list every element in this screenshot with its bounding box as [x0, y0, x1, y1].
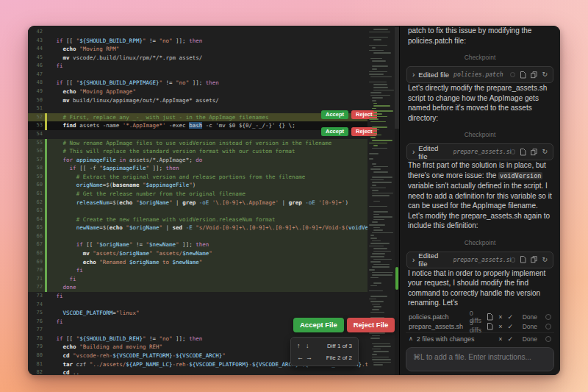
code-line[interactable]: 50 mv build/linux/appimage/out/*.AppImag… — [28, 96, 368, 105]
minimap-line — [372, 304, 380, 305]
code-line[interactable]: 70 fi — [28, 266, 368, 275]
next-file-icon[interactable]: → — [306, 354, 315, 361]
edited-file-card[interactable]: › Edited file policies.patch ↻ — [406, 66, 553, 83]
chat-input[interactable]: ⌘L to add a file. Enter instructions... — [406, 347, 554, 371]
code-line[interactable]: 55 # Now rename AppImage files to use vo… — [28, 139, 368, 148]
code-line[interactable]: 42 — [28, 28, 368, 37]
diff-gutter-marker — [45, 343, 47, 352]
line-number: 56 — [28, 147, 43, 156]
code-line[interactable]: 65 newName=$(echo "$origName" | sed -E "… — [28, 224, 368, 232]
prev-file-icon[interactable]: ← — [297, 354, 306, 361]
done-button[interactable]: Done — [518, 313, 537, 321]
code-text: if [[ "$origName" != "$newName" ]]; then — [50, 240, 209, 249]
diff-gutter-marker — [45, 275, 47, 284]
open-file-icon[interactable] — [487, 313, 493, 321]
code-line[interactable]: 49 echo "Moving AppImage" — [28, 88, 368, 96]
code-line[interactable]: 82 cd .. — [28, 368, 368, 375]
minimap-line — [370, 301, 384, 302]
code-text: cd .. — [50, 368, 80, 375]
edited-file-card[interactable]: › Edited file prepare_assets.sh ↻ — [406, 252, 553, 268]
code-line[interactable]: 46 fi — [28, 62, 368, 71]
open-file-icon[interactable] — [520, 256, 526, 263]
minimap-line — [369, 71, 387, 73]
code-line[interactable]: 61 # Get the release number from the ori… — [28, 190, 368, 199]
code-line[interactable]: 48 if [[ "${SHOULD_BUILD_APPIMAGE}" != "… — [28, 79, 368, 88]
minimap-line — [370, 296, 387, 297]
open-file-icon[interactable] — [520, 71, 526, 79]
diff-gutter-marker — [45, 45, 47, 54]
diff-gutter-marker — [45, 240, 47, 249]
code-line[interactable]: 44 echo "Moving RPM" — [28, 45, 368, 54]
code-editor[interactable]: 4243 if [[ "${SHOULD_BUILD_RPM}" != "no"… — [28, 26, 399, 375]
diff-gutter-marker — [45, 104, 47, 113]
changed-file-row[interactable]: prepare_assets.sh 3 diffs × ✓ Done — [406, 321, 554, 331]
code-line[interactable]: 54 — [28, 130, 368, 139]
code-line[interactable]: 43 if [[ "${SHOULD_BUILD_RPM}" != "no" ]… — [28, 37, 368, 46]
reject-file-icon[interactable]: × — [498, 323, 502, 330]
next-diff-icon[interactable]: ↓ — [306, 342, 315, 349]
code-line[interactable]: 60 origName=$(basename "$appimageFile") — [28, 181, 368, 190]
minimap-line — [373, 282, 381, 284]
code-line[interactable]: 72 done — [28, 283, 368, 292]
accept-all-icon[interactable]: ✓ — [507, 335, 513, 343]
code-line[interactable]: 58 if [[ -f "$appimageFile" ]]; then — [28, 164, 368, 173]
minimap-line — [370, 277, 379, 279]
retry-icon[interactable]: ↻ — [542, 257, 548, 263]
line-number: 80 — [28, 352, 43, 360]
code-line[interactable]: 64 # Create the new filename with voidVe… — [28, 215, 368, 224]
retry-icon[interactable]: ↻ — [542, 71, 548, 78]
chevron-up-icon: ∧ — [409, 335, 413, 342]
code-line[interactable]: 63 — [28, 207, 368, 215]
line-number: 49 — [28, 88, 43, 96]
changes-summary-row[interactable]: ∧ 2 files with changes × ✓ Done — [406, 332, 554, 344]
copy-icon[interactable] — [531, 71, 537, 79]
minimap-line — [370, 95, 390, 96]
done-button[interactable]: Done — [518, 323, 537, 330]
code-line[interactable]: 66 — [28, 232, 368, 241]
code-line[interactable]: 69 echo "Renamed $origName to $newName" — [28, 258, 368, 267]
reject-file-button[interactable]: Reject File — [347, 318, 395, 332]
accept-file-icon[interactable]: ✓ — [507, 313, 513, 321]
code-line[interactable]: 59 # Extract the original version and re… — [28, 173, 368, 182]
code-line[interactable]: 47 — [28, 71, 368, 79]
code-line[interactable]: 56 # This will replace the standard vers… — [28, 147, 368, 156]
code-line[interactable]: 62 releaseNum=$(echo "$origName" | grep … — [28, 199, 368, 207]
copy-icon[interactable] — [531, 256, 537, 263]
line-number: 48 — [28, 79, 43, 88]
line-number: 62 — [28, 199, 43, 207]
accept-hunk-button[interactable]: Accept — [321, 127, 348, 136]
edited-file-label: Edited file — [418, 71, 449, 79]
code-line[interactable]: 67 if [[ "$origName" != "$newName" ]]; t… — [28, 240, 368, 249]
prev-diff-icon[interactable]: ↑ — [297, 342, 306, 349]
code-line[interactable]: 57 for appimageFile in assets/*.AppImage… — [28, 156, 368, 165]
open-file-icon[interactable] — [520, 149, 526, 156]
code-line[interactable]: 45 mv vscode/.build/linux/rpm/*/*.rpm as… — [28, 54, 368, 63]
code-line[interactable]: 71 fi — [28, 275, 368, 284]
reject-file-icon[interactable]: × — [498, 313, 502, 321]
reject-all-icon[interactable]: × — [498, 335, 502, 343]
accept-hunk-button[interactable]: Accept — [321, 110, 348, 119]
minimap-line — [369, 50, 384, 51]
diff-gutter-marker — [45, 283, 47, 292]
code-line[interactable]: 68 mv "assets/$origName" "assets/$newNam… — [28, 249, 368, 258]
code-line[interactable]: 52 # First, replace any _-_ with just - … — [28, 113, 368, 122]
code-line[interactable]: 74 — [28, 301, 368, 310]
done-all-button[interactable]: Done — [518, 335, 537, 343]
edited-file-card[interactable]: › Edited file prepare_assets.sh ↻ — [406, 143, 553, 160]
code-line[interactable]: 51 — [28, 104, 368, 113]
accept-file-button[interactable]: Accept File — [293, 318, 344, 332]
minimap-line — [369, 135, 381, 136]
open-file-icon[interactable] — [487, 323, 493, 330]
diff-gutter-marker — [45, 173, 47, 182]
minimap-line — [370, 168, 381, 170]
minimap-line — [370, 312, 384, 313]
code-line[interactable]: 73 fi — [28, 292, 368, 301]
accept-file-icon[interactable]: ✓ — [507, 323, 513, 330]
diff-gutter-marker — [45, 309, 47, 318]
copy-icon[interactable] — [531, 149, 537, 156]
retry-icon[interactable]: ↻ — [542, 149, 548, 155]
code-line[interactable]: 53 find assets -name '*.AppImage*' -exec… — [28, 121, 368, 130]
line-number: 75 — [28, 309, 43, 318]
minimap-line — [370, 179, 384, 181]
code-line[interactable]: 75 VSCODE_PLATFORM="linux" — [28, 309, 368, 318]
